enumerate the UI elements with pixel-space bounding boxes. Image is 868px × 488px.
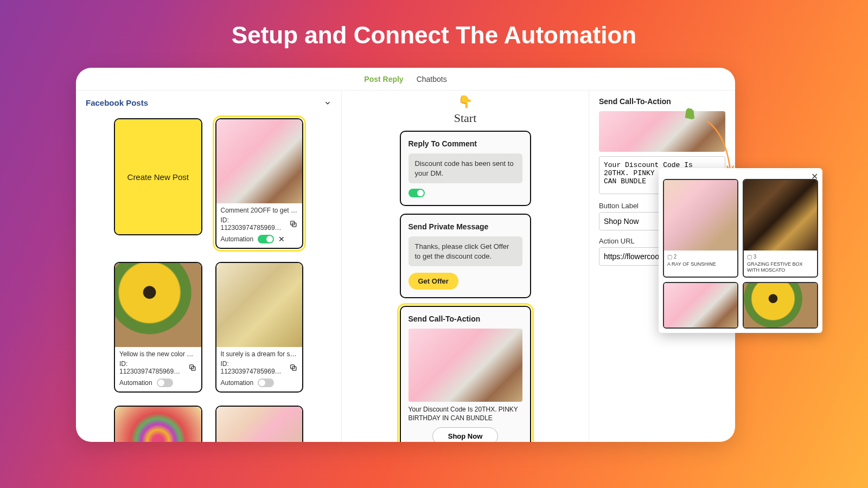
- cta-image: [409, 329, 522, 402]
- post-card[interactable]: [215, 406, 304, 442]
- step-reply-to-comment[interactable]: Reply To Comment Discount code has been …: [400, 131, 531, 206]
- start-label: Start: [454, 111, 477, 125]
- post-description: Comment 20OFF to get the …: [221, 207, 298, 214]
- tab-post-reply[interactable]: Post Reply: [364, 73, 403, 86]
- product-card[interactable]: ▢ 2 A RAY OF SUNSHINE: [663, 179, 738, 278]
- post-description: Yellow is the new color of lov…: [119, 350, 197, 358]
- step-title: Send Call-To-Action: [409, 314, 522, 323]
- facebook-posts-label: Facebook Posts: [86, 98, 148, 107]
- shop-now-button[interactable]: Shop Now: [432, 427, 499, 442]
- post-id: ID: 112303974785969…: [221, 360, 290, 375]
- post-image: [216, 407, 303, 442]
- product-image: [664, 180, 737, 251]
- product-picker-popover: ✕ ▢ 2 A RAY OF SUNSHINE ▢ 3 GRAZING FEST…: [659, 168, 822, 333]
- post-image: [216, 263, 303, 347]
- reply-toggle[interactable]: [409, 189, 425, 197]
- step-send-cta[interactable]: Send Call-To-Action Your Discount Code I…: [400, 306, 531, 442]
- cta-message: Your Discount Code Is 20THX. PINKY BIRTH…: [409, 405, 522, 422]
- page-title: Setup and Connect The Automation: [0, 22, 868, 49]
- get-offer-button[interactable]: Get Offer: [409, 273, 458, 290]
- pm-bubble: Thanks, please click Get Offer to get th…: [409, 236, 522, 266]
- automation-toggle[interactable]: [258, 378, 274, 387]
- automation-label: Automation: [119, 379, 152, 387]
- create-new-post-card[interactable]: Create New Post: [114, 118, 202, 235]
- post-image: [216, 119, 303, 203]
- tabs-top: Post Reply Chatbots: [76, 68, 735, 91]
- product-number: ▢ 2: [667, 254, 734, 260]
- post-image: [115, 263, 201, 347]
- post-image: [115, 407, 201, 442]
- right-image[interactable]: [599, 111, 725, 152]
- point-down-icon: 👇: [458, 95, 473, 109]
- post-card[interactable]: [114, 406, 202, 442]
- step-title: Send Private Message: [409, 222, 522, 231]
- app-window: Post Reply Chatbots Facebook Posts Creat…: [76, 68, 735, 442]
- close-icon[interactable]: ✕: [278, 235, 285, 243]
- shopify-icon: [684, 107, 695, 120]
- automation-toggle[interactable]: [258, 235, 274, 243]
- automation-label: Automation: [221, 235, 254, 243]
- step-title: Reply To Comment: [409, 139, 522, 148]
- tab-chatbots[interactable]: Chatbots: [417, 73, 447, 86]
- product-name: A RAY OF SUNSHINE: [667, 261, 734, 267]
- post-id: ID: 112303974785969…: [119, 360, 188, 375]
- post-id: ID: 112303974785969…: [221, 216, 290, 232]
- product-number: ▢ 3: [747, 254, 814, 260]
- post-description: It surely is a dream for som…: [221, 350, 298, 358]
- automation-label: Automation: [221, 379, 254, 387]
- product-image: [664, 283, 737, 328]
- create-new-post-label: Create New Post: [115, 119, 201, 234]
- copy-icon[interactable]: [188, 363, 197, 372]
- product-card[interactable]: ▢ 3 GRAZING FESTIVE BOX WITH MOSCATO: [743, 179, 818, 278]
- right-title: Send Call-To-Action: [599, 97, 725, 106]
- product-image: [744, 283, 817, 328]
- post-card[interactable]: Comment 20OFF to get the … ID: 112303974…: [215, 118, 304, 249]
- facebook-posts-header[interactable]: Facebook Posts: [76, 91, 341, 111]
- middle-column: 👇 Start Reply To Comment Discount code h…: [342, 91, 589, 442]
- product-card[interactable]: [743, 282, 818, 329]
- product-name: GRAZING FESTIVE BOX WITH MOSCATO: [747, 261, 814, 273]
- product-card[interactable]: [663, 282, 738, 329]
- left-column: Facebook Posts Create New Post Comment 2…: [76, 91, 342, 442]
- chevron-down-icon: [324, 99, 331, 107]
- copy-icon[interactable]: [289, 220, 298, 228]
- product-image: [744, 180, 817, 251]
- automation-toggle[interactable]: [157, 378, 173, 387]
- step-send-private-message[interactable]: Send Private Message Thanks, please clic…: [400, 214, 531, 298]
- reply-bubble: Discount code has been sent to your DM.: [409, 153, 522, 183]
- copy-icon[interactable]: [289, 363, 298, 372]
- close-icon[interactable]: ✕: [811, 171, 818, 182]
- post-card[interactable]: Yellow is the new color of lov… ID: 1123…: [114, 262, 202, 393]
- post-card[interactable]: It surely is a dream for som… ID: 112303…: [215, 262, 304, 393]
